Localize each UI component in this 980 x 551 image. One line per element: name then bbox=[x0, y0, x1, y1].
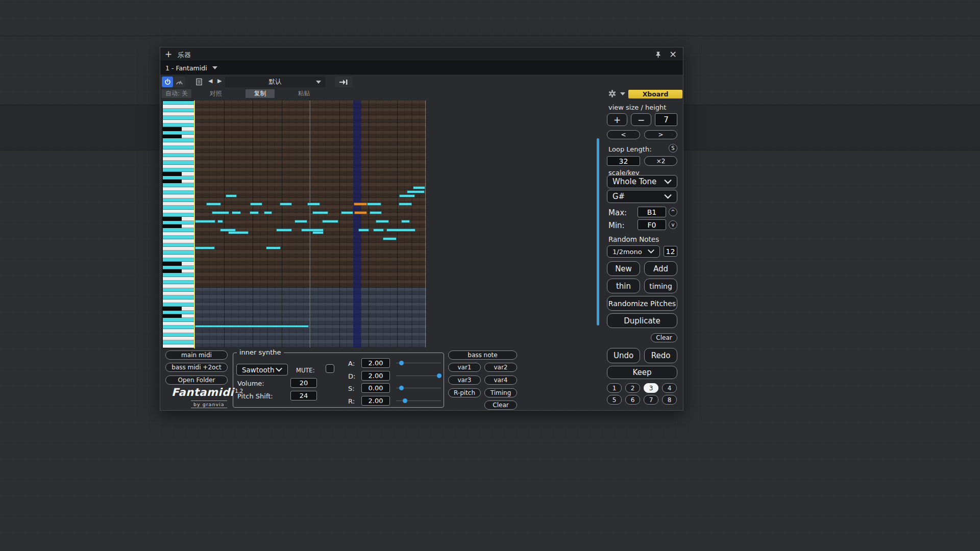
midi-note[interactable] bbox=[367, 203, 381, 206]
midi-note[interactable] bbox=[264, 211, 272, 214]
piano-key[interactable] bbox=[163, 307, 194, 310]
midi-note[interactable] bbox=[195, 246, 215, 249]
piano-key[interactable] bbox=[163, 187, 194, 191]
midi-note[interactable] bbox=[399, 203, 412, 206]
piano-key[interactable] bbox=[163, 224, 194, 228]
release-slider[interactable] bbox=[396, 396, 441, 406]
randomize-pitches-button[interactable]: Randomize Pitches bbox=[607, 296, 677, 311]
piano-key[interactable] bbox=[163, 288, 194, 292]
midi-note[interactable] bbox=[383, 237, 397, 240]
midi-note[interactable] bbox=[376, 220, 389, 223]
piano-key[interactable] bbox=[163, 329, 194, 333]
note-grid[interactable] bbox=[195, 101, 426, 347]
piano-key[interactable] bbox=[163, 161, 194, 164]
midi-note[interactable] bbox=[206, 203, 221, 206]
piano-key[interactable] bbox=[163, 333, 194, 337]
midi-note[interactable] bbox=[295, 220, 307, 223]
piano-key[interactable] bbox=[163, 337, 194, 340]
new-button[interactable]: New bbox=[607, 261, 640, 276]
min-down-button[interactable]: v bbox=[669, 220, 677, 229]
piano-key[interactable] bbox=[163, 123, 194, 127]
sustain-slider[interactable] bbox=[396, 383, 441, 393]
piano-key[interactable] bbox=[163, 157, 194, 161]
piano-key[interactable] bbox=[163, 255, 194, 258]
midi-note[interactable] bbox=[228, 231, 249, 234]
zoom-in-button[interactable]: + bbox=[607, 113, 627, 126]
piano-key[interactable] bbox=[163, 176, 194, 180]
midi-note[interactable] bbox=[312, 211, 328, 214]
piano-key[interactable] bbox=[163, 172, 194, 176]
height-value[interactable]: 7 bbox=[655, 113, 677, 126]
piano-key[interactable] bbox=[163, 247, 194, 251]
slot-8-button[interactable]: 8 bbox=[662, 395, 677, 405]
piano-key[interactable] bbox=[163, 266, 194, 269]
piano-key[interactable] bbox=[163, 202, 194, 206]
piano-key[interactable] bbox=[163, 236, 194, 239]
view-scroll-indicator[interactable] bbox=[597, 138, 599, 325]
close-icon[interactable]: × bbox=[669, 48, 677, 60]
midi-note[interactable] bbox=[401, 220, 410, 223]
clear-var-button[interactable]: Clear bbox=[484, 400, 517, 410]
pin-icon[interactable] bbox=[655, 51, 662, 60]
piano-key[interactable] bbox=[163, 198, 194, 202]
var4-button[interactable]: var4 bbox=[484, 375, 517, 385]
skip-to-end-button[interactable] bbox=[335, 77, 352, 87]
midi-note[interactable] bbox=[373, 229, 384, 232]
bass-midi-button[interactable]: bass midi +2oct bbox=[165, 363, 228, 372]
piano-key[interactable] bbox=[163, 303, 194, 307]
pitch-shift-value[interactable]: 24 bbox=[290, 391, 317, 400]
piano-key[interactable] bbox=[163, 213, 194, 217]
piano-key[interactable] bbox=[163, 101, 194, 105]
scroll-right-button[interactable]: > bbox=[644, 130, 677, 139]
piano-key[interactable] bbox=[163, 243, 194, 247]
add-icon[interactable]: + bbox=[165, 49, 172, 59]
piano-key[interactable] bbox=[163, 168, 194, 172]
var3-button[interactable]: var3 bbox=[448, 375, 481, 385]
random-count-value[interactable]: 12 bbox=[664, 246, 677, 257]
midi-note[interactable] bbox=[322, 220, 338, 223]
piano-key[interactable] bbox=[163, 311, 194, 314]
midi-note[interactable] bbox=[217, 220, 223, 223]
preset-file-icon[interactable] bbox=[196, 78, 203, 86]
redo-button[interactable]: Redo bbox=[644, 348, 677, 363]
piano-key[interactable] bbox=[163, 180, 194, 183]
piano-key[interactable] bbox=[163, 191, 194, 194]
midi-note[interactable] bbox=[280, 203, 292, 206]
piano-key[interactable] bbox=[163, 273, 194, 277]
piano-key[interactable] bbox=[163, 165, 194, 168]
open-folder-button[interactable]: Open Folder bbox=[165, 375, 228, 385]
midi-note-selected[interactable] bbox=[354, 211, 367, 214]
preset-selector[interactable]: 默认 bbox=[225, 77, 325, 87]
main-midi-button[interactable]: main midi bbox=[165, 350, 228, 360]
midi-note[interactable] bbox=[370, 211, 382, 214]
var2-button[interactable]: var2 bbox=[484, 363, 517, 372]
midi-note[interactable] bbox=[266, 246, 281, 249]
var1-button[interactable]: var1 bbox=[448, 363, 481, 372]
attack-slider[interactable] bbox=[396, 358, 441, 368]
midi-note[interactable] bbox=[341, 211, 353, 214]
piano-key[interactable] bbox=[163, 228, 194, 232]
piano-key[interactable] bbox=[163, 295, 194, 299]
slot-7-button[interactable]: 7 bbox=[644, 395, 658, 405]
auto-toggle[interactable]: 自动: 关 bbox=[162, 89, 191, 98]
piano-key[interactable] bbox=[163, 120, 194, 123]
mute-checkbox[interactable] bbox=[326, 364, 334, 373]
sync-badge-button[interactable]: S bbox=[669, 144, 677, 153]
duplicate-button[interactable]: Duplicate bbox=[607, 313, 677, 328]
instrument-selector[interactable]: 1 - Fantamidi bbox=[162, 63, 220, 73]
piano-key[interactable] bbox=[163, 262, 194, 265]
piano-key[interactable] bbox=[163, 142, 194, 146]
midi-note[interactable] bbox=[250, 211, 259, 214]
prev-preset-icon[interactable]: ◀ bbox=[208, 78, 212, 84]
midi-note[interactable] bbox=[276, 229, 292, 232]
xboard-button[interactable]: Xboard bbox=[628, 90, 682, 98]
midi-note[interactable] bbox=[399, 194, 415, 197]
piano-key[interactable] bbox=[163, 322, 194, 325]
copy-tab[interactable]: 复制 bbox=[246, 89, 275, 98]
midi-note[interactable] bbox=[250, 203, 262, 206]
midi-note[interactable] bbox=[195, 325, 309, 328]
gear-icon[interactable] bbox=[608, 90, 616, 99]
double-length-button[interactable]: ×2 bbox=[644, 156, 677, 166]
add-button[interactable]: Add bbox=[644, 261, 677, 276]
piano-key[interactable] bbox=[163, 281, 194, 284]
